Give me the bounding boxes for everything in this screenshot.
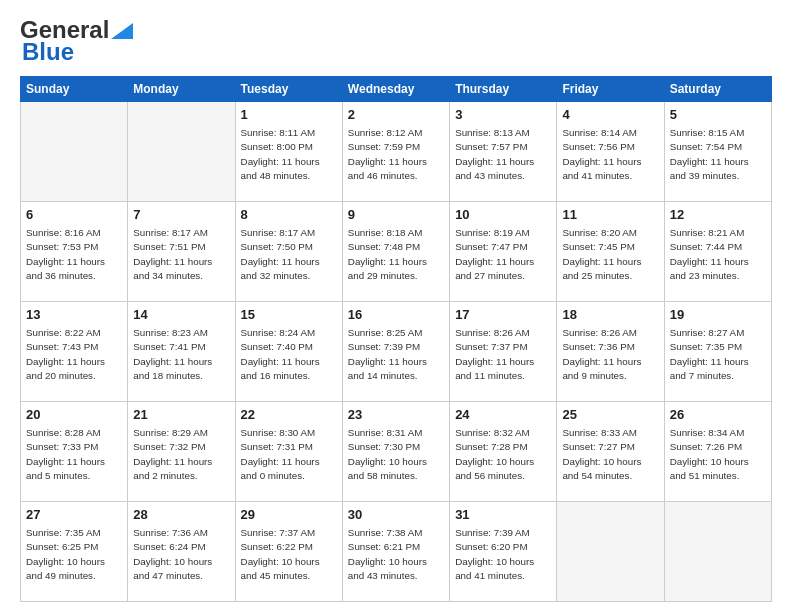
day-info: Sunrise: 8:27 AM Sunset: 7:35 PM Dayligh… [670, 326, 766, 383]
calendar-cell: 26Sunrise: 8:34 AM Sunset: 7:26 PM Dayli… [664, 402, 771, 502]
weekday-header-tuesday: Tuesday [235, 77, 342, 102]
weekday-header-monday: Monday [128, 77, 235, 102]
calendar-cell [128, 102, 235, 202]
calendar-cell: 3Sunrise: 8:13 AM Sunset: 7:57 PM Daylig… [450, 102, 557, 202]
week-row-2: 13Sunrise: 8:22 AM Sunset: 7:43 PM Dayli… [21, 302, 772, 402]
calendar-cell [21, 102, 128, 202]
day-info: Sunrise: 8:17 AM Sunset: 7:51 PM Dayligh… [133, 226, 229, 283]
calendar-cell: 7Sunrise: 8:17 AM Sunset: 7:51 PM Daylig… [128, 202, 235, 302]
day-number: 30 [348, 506, 444, 524]
week-row-4: 27Sunrise: 7:35 AM Sunset: 6:25 PM Dayli… [21, 502, 772, 602]
day-number: 13 [26, 306, 122, 324]
day-number: 26 [670, 406, 766, 424]
day-info: Sunrise: 8:25 AM Sunset: 7:39 PM Dayligh… [348, 326, 444, 383]
day-info: Sunrise: 8:30 AM Sunset: 7:31 PM Dayligh… [241, 426, 337, 483]
day-info: Sunrise: 8:20 AM Sunset: 7:45 PM Dayligh… [562, 226, 658, 283]
calendar-cell: 23Sunrise: 8:31 AM Sunset: 7:30 PM Dayli… [342, 402, 449, 502]
day-number: 12 [670, 206, 766, 224]
day-number: 29 [241, 506, 337, 524]
calendar-cell: 30Sunrise: 7:38 AM Sunset: 6:21 PM Dayli… [342, 502, 449, 602]
day-number: 5 [670, 106, 766, 124]
calendar-cell: 4Sunrise: 8:14 AM Sunset: 7:56 PM Daylig… [557, 102, 664, 202]
calendar-cell: 13Sunrise: 8:22 AM Sunset: 7:43 PM Dayli… [21, 302, 128, 402]
calendar-cell: 11Sunrise: 8:20 AM Sunset: 7:45 PM Dayli… [557, 202, 664, 302]
day-info: Sunrise: 8:31 AM Sunset: 7:30 PM Dayligh… [348, 426, 444, 483]
day-number: 22 [241, 406, 337, 424]
week-row-1: 6Sunrise: 8:16 AM Sunset: 7:53 PM Daylig… [21, 202, 772, 302]
calendar-cell: 27Sunrise: 7:35 AM Sunset: 6:25 PM Dayli… [21, 502, 128, 602]
calendar-cell: 22Sunrise: 8:30 AM Sunset: 7:31 PM Dayli… [235, 402, 342, 502]
day-number: 24 [455, 406, 551, 424]
calendar-cell: 16Sunrise: 8:25 AM Sunset: 7:39 PM Dayli… [342, 302, 449, 402]
day-number: 21 [133, 406, 229, 424]
week-row-0: 1Sunrise: 8:11 AM Sunset: 8:00 PM Daylig… [21, 102, 772, 202]
day-number: 2 [348, 106, 444, 124]
day-info: Sunrise: 8:18 AM Sunset: 7:48 PM Dayligh… [348, 226, 444, 283]
calendar-cell: 1Sunrise: 8:11 AM Sunset: 8:00 PM Daylig… [235, 102, 342, 202]
day-number: 16 [348, 306, 444, 324]
day-info: Sunrise: 8:28 AM Sunset: 7:33 PM Dayligh… [26, 426, 122, 483]
day-number: 1 [241, 106, 337, 124]
day-info: Sunrise: 7:35 AM Sunset: 6:25 PM Dayligh… [26, 526, 122, 583]
weekday-header-sunday: Sunday [21, 77, 128, 102]
day-info: Sunrise: 8:29 AM Sunset: 7:32 PM Dayligh… [133, 426, 229, 483]
day-info: Sunrise: 8:15 AM Sunset: 7:54 PM Dayligh… [670, 126, 766, 183]
day-number: 8 [241, 206, 337, 224]
day-number: 17 [455, 306, 551, 324]
day-info: Sunrise: 8:23 AM Sunset: 7:41 PM Dayligh… [133, 326, 229, 383]
weekday-header-thursday: Thursday [450, 77, 557, 102]
calendar-cell: 5Sunrise: 8:15 AM Sunset: 7:54 PM Daylig… [664, 102, 771, 202]
week-row-3: 20Sunrise: 8:28 AM Sunset: 7:33 PM Dayli… [21, 402, 772, 502]
logo-blue: Blue [22, 38, 74, 66]
day-number: 28 [133, 506, 229, 524]
svg-marker-0 [111, 23, 133, 39]
calendar-cell: 24Sunrise: 8:32 AM Sunset: 7:28 PM Dayli… [450, 402, 557, 502]
day-info: Sunrise: 8:26 AM Sunset: 7:37 PM Dayligh… [455, 326, 551, 383]
calendar-cell: 14Sunrise: 8:23 AM Sunset: 7:41 PM Dayli… [128, 302, 235, 402]
header: General Blue [20, 16, 772, 66]
day-number: 25 [562, 406, 658, 424]
calendar-cell: 10Sunrise: 8:19 AM Sunset: 7:47 PM Dayli… [450, 202, 557, 302]
logo-icon [111, 23, 133, 39]
day-number: 14 [133, 306, 229, 324]
day-info: Sunrise: 8:32 AM Sunset: 7:28 PM Dayligh… [455, 426, 551, 483]
calendar-cell: 21Sunrise: 8:29 AM Sunset: 7:32 PM Dayli… [128, 402, 235, 502]
day-info: Sunrise: 7:36 AM Sunset: 6:24 PM Dayligh… [133, 526, 229, 583]
calendar-cell: 29Sunrise: 7:37 AM Sunset: 6:22 PM Dayli… [235, 502, 342, 602]
calendar-cell: 19Sunrise: 8:27 AM Sunset: 7:35 PM Dayli… [664, 302, 771, 402]
calendar-cell: 2Sunrise: 8:12 AM Sunset: 7:59 PM Daylig… [342, 102, 449, 202]
day-info: Sunrise: 8:17 AM Sunset: 7:50 PM Dayligh… [241, 226, 337, 283]
day-number: 4 [562, 106, 658, 124]
day-info: Sunrise: 8:12 AM Sunset: 7:59 PM Dayligh… [348, 126, 444, 183]
day-info: Sunrise: 8:33 AM Sunset: 7:27 PM Dayligh… [562, 426, 658, 483]
day-number: 27 [26, 506, 122, 524]
weekday-header-friday: Friday [557, 77, 664, 102]
calendar-cell: 18Sunrise: 8:26 AM Sunset: 7:36 PM Dayli… [557, 302, 664, 402]
day-number: 10 [455, 206, 551, 224]
day-info: Sunrise: 8:19 AM Sunset: 7:47 PM Dayligh… [455, 226, 551, 283]
day-info: Sunrise: 8:24 AM Sunset: 7:40 PM Dayligh… [241, 326, 337, 383]
day-info: Sunrise: 8:26 AM Sunset: 7:36 PM Dayligh… [562, 326, 658, 383]
day-info: Sunrise: 8:13 AM Sunset: 7:57 PM Dayligh… [455, 126, 551, 183]
day-number: 19 [670, 306, 766, 324]
day-info: Sunrise: 8:22 AM Sunset: 7:43 PM Dayligh… [26, 326, 122, 383]
calendar-cell: 12Sunrise: 8:21 AM Sunset: 7:44 PM Dayli… [664, 202, 771, 302]
day-number: 3 [455, 106, 551, 124]
calendar-cell: 31Sunrise: 7:39 AM Sunset: 6:20 PM Dayli… [450, 502, 557, 602]
calendar-cell [664, 502, 771, 602]
calendar-cell: 15Sunrise: 8:24 AM Sunset: 7:40 PM Dayli… [235, 302, 342, 402]
calendar-cell: 8Sunrise: 8:17 AM Sunset: 7:50 PM Daylig… [235, 202, 342, 302]
day-number: 18 [562, 306, 658, 324]
day-info: Sunrise: 7:39 AM Sunset: 6:20 PM Dayligh… [455, 526, 551, 583]
day-number: 31 [455, 506, 551, 524]
day-info: Sunrise: 8:14 AM Sunset: 7:56 PM Dayligh… [562, 126, 658, 183]
day-number: 7 [133, 206, 229, 224]
calendar-cell: 9Sunrise: 8:18 AM Sunset: 7:48 PM Daylig… [342, 202, 449, 302]
calendar-cell: 28Sunrise: 7:36 AM Sunset: 6:24 PM Dayli… [128, 502, 235, 602]
calendar-cell: 17Sunrise: 8:26 AM Sunset: 7:37 PM Dayli… [450, 302, 557, 402]
weekday-header-row: SundayMondayTuesdayWednesdayThursdayFrid… [21, 77, 772, 102]
calendar-cell [557, 502, 664, 602]
weekday-header-saturday: Saturday [664, 77, 771, 102]
day-number: 20 [26, 406, 122, 424]
day-info: Sunrise: 8:16 AM Sunset: 7:53 PM Dayligh… [26, 226, 122, 283]
